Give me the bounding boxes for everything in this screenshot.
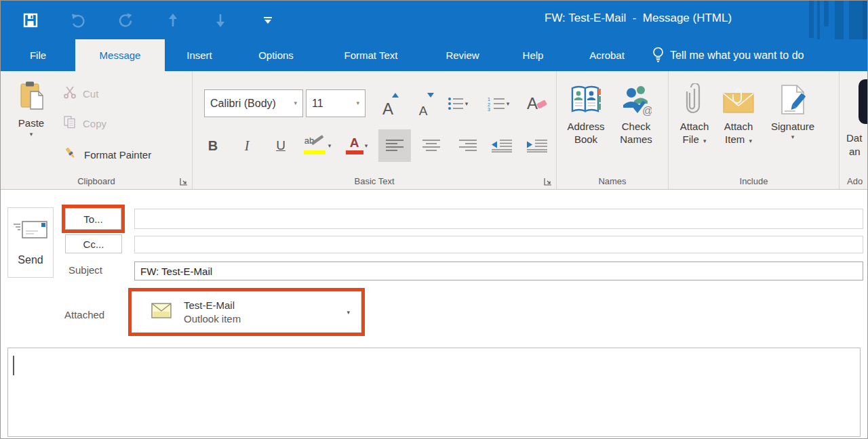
check-names-button[interactable]: @ Check Names [614,77,658,173]
include-group-label: Include [669,176,839,186]
names-group-label: Names [557,176,668,186]
align-right-button[interactable] [452,129,484,162]
signature-button[interactable]: Signature ▾ [762,77,823,173]
font-size-select[interactable]: 11 ▾ [306,89,366,117]
bold-glyph: B [208,138,218,154]
italic-glyph: I [245,138,250,154]
format-painter-label: Format Painter [84,149,151,161]
undo-icon[interactable] [70,12,86,28]
tab-message[interactable]: Message [75,39,165,71]
basic-text-group-label: Basic Text [193,176,556,186]
tab-options[interactable]: Options [234,39,318,71]
tab-insert[interactable]: Insert [165,39,234,71]
align-left-icon [386,139,403,152]
paperclip-icon [686,81,703,120]
paste-clipboard-icon [17,81,45,114]
align-center-button[interactable] [415,129,448,162]
attachment-text: Test-E-Mail Outlook item [184,299,241,326]
cc-button[interactable]: Cc... [65,234,122,253]
previous-item-icon[interactable] [165,12,181,28]
message-header: Send To... Cc... Subject Attached Test- [1,190,867,348]
increase-indent-button[interactable] [521,129,553,162]
shrink-font-button[interactable]: A [410,89,437,119]
tab-file[interactable]: File [1,39,75,71]
signature-icon [778,81,808,120]
to-button[interactable]: To... [65,208,121,230]
tell-me-box[interactable]: Tell me what you want to do [652,39,804,71]
signature-label: Signature [771,120,814,133]
bullets-caret-icon: ▾ [465,101,469,107]
grow-font-button[interactable]: A [374,89,401,119]
attachment-caret-icon[interactable]: ▾ [347,310,350,316]
group-adobe-partial: Dat an Ado [840,71,868,189]
font-color-icon: A [346,135,363,156]
tab-acrobat[interactable]: Acrobat [565,39,649,71]
title-bar: FW: Test-E-Mail - Message (HTML) [1,1,867,39]
ribbon: Paste ▾ Cut Copy Format Painter [1,71,867,190]
text-highlight-button[interactable]: ab ▾ [300,129,335,162]
font-color-button[interactable]: A ▾ [340,129,373,162]
send-label: Send [18,254,43,266]
quick-access-toolbar [22,1,276,39]
paste-label: Paste [18,117,44,129]
group-basic-text: Calibri (Body) ▾ 11 ▾ A A ▾ 123 ▾ [193,71,557,189]
save-icon[interactable] [22,12,39,28]
decrease-indent-icon [492,139,512,152]
send-button[interactable]: Send [7,207,54,278]
group-clipboard: Paste ▾ Cut Copy Format Painter [1,71,193,189]
check-names-icon: @ [620,81,652,120]
attach-item-caret-icon: ▾ [749,138,752,144]
font-color-caret-icon: ▾ [365,143,368,149]
align-right-icon [459,139,477,152]
titlebar-decoration [824,1,829,26]
underline-glyph: U [276,138,285,153]
attachment-title: Test-E-Mail [184,299,241,312]
underline-button[interactable]: U [269,129,293,162]
cut-button[interactable]: Cut [63,83,98,104]
address-book-label: Address Book [564,120,608,146]
decrease-indent-button[interactable] [486,129,518,162]
signature-caret-icon: ▾ [791,134,795,140]
clipped-adobe-icon[interactable] [859,79,868,124]
copy-button[interactable]: Copy [63,113,106,133]
format-painter-button[interactable]: Format Painter [63,144,151,165]
align-left-button[interactable] [378,129,411,162]
paste-button[interactable]: Paste ▾ [10,77,52,171]
tab-format-text[interactable]: Format Text [318,39,424,71]
bold-button[interactable]: B [201,129,225,162]
subject-input[interactable] [134,262,863,280]
italic-button[interactable]: I [235,129,259,162]
next-item-icon[interactable] [212,12,229,28]
font-name-select[interactable]: Calibri (Body) ▾ [204,89,303,117]
window-title: FW: Test-E-Mail - Message (HTML) [545,12,732,25]
attachment-chip[interactable]: Test-E-Mail Outlook item ▾ [132,291,361,333]
clipped-adobe-button-label[interactable]: Dat an [846,131,862,159]
clipboard-dialog-launcher-icon[interactable] [180,176,188,184]
group-include: Attach File ▾ Attach Item ▾ [669,71,840,189]
basic-text-dialog-launcher-icon[interactable] [544,176,552,184]
customize-quick-access-icon[interactable] [260,12,276,28]
to-annotation-highlight: To... [62,205,125,233]
attach-item-button[interactable]: Attach Item ▾ [717,77,760,173]
send-envelope-icon [12,219,49,245]
to-input[interactable] [134,209,863,229]
font-name-caret-icon: ▾ [294,100,297,106]
tab-review[interactable]: Review [424,39,501,71]
svg-text:@: @ [642,105,652,116]
clear-formatting-button[interactable]: A [522,89,552,119]
message-body-editor[interactable] [7,348,861,437]
paste-dropdown-caret-icon[interactable]: ▾ [30,131,33,138]
tab-help[interactable]: Help [501,39,565,71]
eraser-icon [536,99,547,108]
numbering-button[interactable]: 123 ▾ [480,89,517,119]
bullets-button[interactable]: ▾ [441,89,475,119]
attachment-envelope-icon [151,303,172,321]
numbering-caret-icon: ▾ [507,101,510,107]
highlight-icon: ab [304,135,327,156]
cc-input[interactable] [134,236,863,253]
scissors-icon [63,85,77,102]
format-painter-brush-icon [63,146,78,163]
attach-file-button[interactable]: Attach File ▾ [674,77,715,173]
redo-icon[interactable] [117,12,134,28]
address-book-button[interactable]: Address Book [564,77,608,173]
